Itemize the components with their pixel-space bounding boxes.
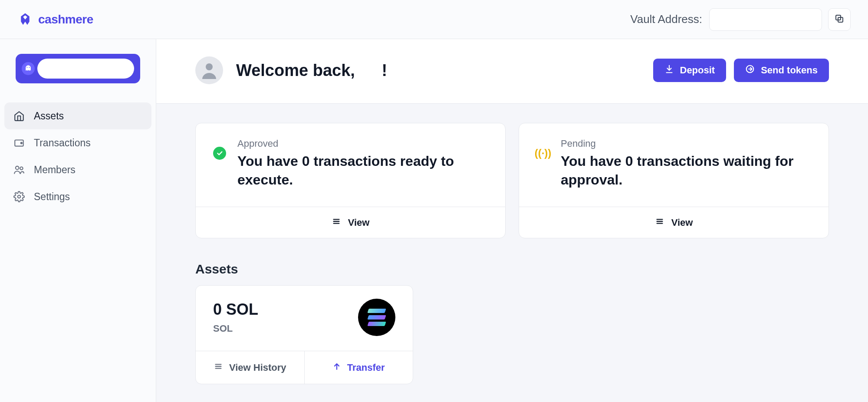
approved-label: Approved — [237, 138, 488, 149]
transfer-button[interactable]: Transfer — [304, 351, 413, 384]
list-icon — [332, 217, 341, 229]
sidebar-item-members[interactable]: Members — [4, 156, 151, 183]
svg-point-4 — [16, 166, 19, 170]
pending-view-label: View — [671, 217, 693, 228]
approved-view-label: View — [348, 217, 370, 228]
main: Welcome back, ! Deposit Send tokens — [156, 39, 868, 402]
send-tokens-button-label: Send tokens — [761, 65, 818, 76]
vault-address-label: Vault Address: — [630, 13, 702, 26]
view-history-button[interactable]: View History — [196, 351, 304, 384]
gear-icon — [13, 191, 25, 203]
arrow-right-circle-icon — [745, 64, 755, 76]
svg-point-5 — [20, 167, 23, 170]
pending-label: Pending — [561, 138, 811, 149]
approved-message: You have 0 transactions ready to execute… — [237, 152, 488, 189]
sidebar-item-transactions[interactable]: Transactions — [4, 129, 151, 156]
content: Approved You have 0 transactions ready t… — [156, 104, 868, 402]
deposit-button[interactable]: Deposit — [653, 59, 727, 82]
sidebar-item-assets[interactable]: Assets — [4, 102, 151, 129]
svg-point-6 — [18, 195, 21, 198]
brand-logo-icon — [17, 11, 33, 28]
ghost-icon — [22, 62, 35, 75]
sidebar-item-label: Transactions — [34, 137, 91, 149]
solana-icon — [358, 299, 395, 336]
wallet-icon — [13, 137, 25, 149]
welcome-suffix: ! — [382, 61, 388, 79]
brand: cashmere — [17, 11, 93, 28]
approved-card: Approved You have 0 transactions ready t… — [195, 123, 506, 238]
vault-address-input[interactable] — [709, 8, 822, 31]
wallet-address-pill — [37, 59, 134, 79]
broadcast-icon: ((·)) — [536, 147, 549, 160]
download-icon — [664, 64, 674, 76]
sidebar-item-label: Assets — [34, 110, 64, 122]
view-history-label: View History — [229, 362, 286, 373]
pending-view-button[interactable]: View — [519, 207, 829, 238]
asset-amount: 0 SOL — [213, 300, 258, 319]
sidebar-item-settings[interactable]: Settings — [4, 183, 151, 210]
wallet-connector[interactable] — [16, 54, 140, 83]
welcome-text: Welcome back, ! — [236, 61, 387, 80]
deposit-button-label: Deposit — [680, 65, 715, 76]
check-circle-icon — [213, 147, 226, 160]
list-icon — [214, 362, 223, 374]
copy-button[interactable] — [828, 8, 851, 31]
assets-section-title: Assets — [195, 262, 829, 277]
approved-view-button[interactable]: View — [196, 207, 505, 238]
brand-name: cashmere — [38, 13, 93, 26]
pending-message: You have 0 transactions waiting for appr… — [561, 152, 811, 189]
pending-card: ((·)) Pending You have 0 transactions wa… — [519, 123, 829, 238]
sidebar-item-label: Members — [34, 164, 76, 176]
send-tokens-button[interactable]: Send tokens — [734, 59, 829, 82]
list-icon — [655, 217, 664, 229]
welcome-greeting: Welcome back, — [236, 61, 355, 79]
arrow-up-icon — [332, 362, 341, 373]
topbar: cashmere Vault Address: — [0, 0, 868, 39]
asset-card: 0 SOL SOL View History — [195, 285, 413, 384]
welcome-bar: Welcome back, ! Deposit Send tokens — [156, 39, 868, 104]
asset-symbol: SOL — [213, 323, 258, 334]
home-icon — [13, 110, 25, 122]
users-icon — [13, 164, 25, 176]
transfer-label: Transfer — [347, 362, 385, 373]
avatar — [195, 56, 223, 84]
sidebar: Assets Transactions Members Settings — [0, 39, 156, 402]
svg-point-3 — [21, 142, 22, 144]
svg-point-7 — [206, 63, 213, 70]
copy-icon — [834, 13, 845, 26]
sidebar-item-label: Settings — [34, 191, 70, 203]
